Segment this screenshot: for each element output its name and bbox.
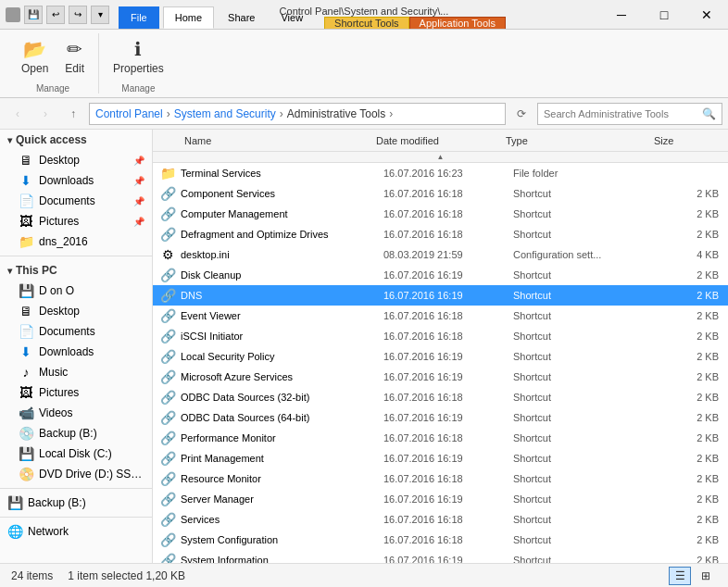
sidebar-item-desktop-pc[interactable]: 🖥 Desktop (0, 301, 152, 321)
file-type: Shortcut (513, 514, 661, 525)
col-header-size[interactable]: Size (648, 130, 713, 151)
file-type: Shortcut (513, 331, 661, 342)
sidebar-item-dvd-d[interactable]: 📀 DVD Drive (D:) SSS_ (0, 464, 152, 484)
file-icon: 🔗 (160, 471, 175, 486)
breadcrumb[interactable]: Control Panel › System and Security › Ad… (89, 103, 506, 125)
nav-forward-button[interactable]: › (33, 102, 57, 126)
table-row[interactable]: 🔗 Event Viewer 16.07.2016 16:18 Shortcut… (153, 306, 728, 326)
documents-icon: 📄 (19, 194, 33, 208)
this-pc-chevron: ▾ (7, 266, 12, 276)
table-row[interactable]: 🔗 System Configuration 16.07.2016 16:18 … (153, 530, 728, 550)
table-row[interactable]: 🔗 DNS 16.07.2016 16:19 Shortcut 2 KB (153, 285, 728, 306)
sidebar-item-music[interactable]: ♪ Music (0, 362, 152, 382)
file-icon: 🔗 (160, 186, 175, 201)
sidebar-item-local-disk-c[interactable]: 💾 Local Disk (C:) (0, 443, 152, 464)
table-row[interactable]: 🔗 Services 16.07.2016 16:18 Shortcut 2 K… (153, 509, 728, 530)
sidebar-item-pictures-label: Pictures (39, 215, 130, 228)
file-name: Defragment and Optimize Drives (181, 229, 383, 240)
sidebar-item-downloads-pc[interactable]: ⬇ Downloads (0, 342, 152, 362)
table-row[interactable]: 📁 Terminal Services 16.07.2016 16:23 Fil… (153, 163, 728, 183)
search-input[interactable] (544, 108, 702, 119)
tiles-view-button[interactable]: ⊞ (695, 567, 717, 585)
sidebar-item-downloads[interactable]: ⬇ Downloads 📌 (0, 170, 152, 191)
nav-back-button[interactable]: ‹ (6, 102, 30, 126)
maximize-button[interactable]: □ (643, 0, 685, 30)
ribbon-btn-properties[interactable]: ℹ Properties (107, 33, 170, 80)
table-row[interactable]: 🔗 ODBC Data Sources (32-bit) 16.07.2016 … (153, 387, 728, 407)
col-header-type[interactable]: Type (500, 130, 648, 151)
sidebar-item-backup[interactable]: 💾 Backup (B:) (0, 493, 152, 513)
table-row[interactable]: 🔗 Resource Monitor 16.07.2016 16:18 Shor… (153, 468, 728, 489)
sidebar-item-d-on-o[interactable]: 💾 D on O (0, 281, 152, 301)
file-icon-cell: 🔗 (155, 288, 181, 303)
sidebar-item-dvd-d-label: DVD Drive (D:) SSS_ (39, 468, 144, 481)
col-header-name[interactable]: Name (179, 130, 370, 151)
tab-share[interactable]: Share (216, 6, 267, 29)
table-row[interactable]: 🔗 System Information 16.07.2016 16:19 Sh… (153, 550, 728, 563)
breadcrumb-sep-3: › (389, 107, 393, 120)
scroll-up-indicator[interactable]: ▲ (153, 152, 728, 163)
dropdown-btn[interactable]: ▾ (91, 6, 109, 24)
table-row[interactable]: 🔗 Component Services 16.07.2016 16:18 Sh… (153, 183, 728, 204)
redo-btn[interactable]: ↪ (69, 6, 87, 24)
table-row[interactable]: 🔗 iSCSI Initiator 16.07.2016 16:18 Short… (153, 326, 728, 346)
sidebar-item-documents-pc[interactable]: 📄 Documents (0, 321, 152, 342)
file-date: 16.07.2016 16:18 (383, 392, 513, 403)
table-row[interactable]: 🔗 ODBC Data Sources (64-bit) 16.07.2016 … (153, 407, 728, 428)
table-row[interactable]: ⚙ desktop.ini 08.03.2019 21:59 Configura… (153, 244, 728, 265)
sidebar-item-pictures-pc[interactable]: 🖼 Pictures (0, 382, 152, 403)
table-row[interactable]: 🔗 Performance Monitor 16.07.2016 16:18 S… (153, 428, 728, 448)
close-button[interactable]: ✕ (685, 0, 728, 30)
sidebar-item-dns2016[interactable]: 📁 dns_2016 (0, 231, 152, 252)
ribbon-btn-edit[interactable]: ✏ Edit (58, 33, 91, 80)
table-row[interactable]: 🔗 Print Management 16.07.2016 16:19 Shor… (153, 448, 728, 468)
file-type: Shortcut (513, 392, 661, 403)
file-date: 16.07.2016 16:19 (383, 371, 513, 382)
quick-access-btn[interactable]: 💾 (24, 6, 43, 24)
minimize-button[interactable]: ─ (600, 0, 643, 30)
file-size: 2 KB (661, 269, 726, 281)
file-list-scroll[interactable]: 📁 Terminal Services 16.07.2016 16:23 Fil… (153, 163, 728, 563)
file-icon-cell: 🔗 (155, 268, 181, 282)
breadcrumb-item-system-security[interactable]: System and Security (174, 107, 276, 120)
main-area: ▾ Quick access 🖥 Desktop 📌 ⬇ Downloads 📌… (0, 130, 728, 563)
tab-view[interactable]: View (269, 6, 315, 29)
details-view-button[interactable]: ☰ (669, 567, 691, 585)
file-type: Configuration sett... (513, 249, 661, 260)
tab-file[interactable]: File (119, 6, 159, 29)
sidebar-item-videos[interactable]: 📹 Videos (0, 403, 152, 423)
undo-btn[interactable]: ↩ (46, 6, 65, 24)
file-type: Shortcut (513, 310, 661, 321)
breadcrumb-item-control-panel[interactable]: Control Panel (95, 107, 163, 120)
table-row[interactable]: 🔗 Computer Management 16.07.2016 16:18 S… (153, 204, 728, 224)
file-icon-cell: ⚙ (155, 247, 181, 262)
sidebar-item-pictures[interactable]: 🖼 Pictures 📌 (0, 211, 152, 231)
breadcrumb-item-admin-tools[interactable]: Administrative Tools (287, 107, 386, 120)
table-row[interactable]: 🔗 Defragment and Optimize Drives 16.07.2… (153, 224, 728, 244)
sidebar-quick-access-header[interactable]: ▾ Quick access (0, 130, 152, 150)
file-icon: 🔗 (160, 349, 175, 364)
ribbon-btn-edit-label: Edit (65, 62, 84, 75)
local-disk-c-icon: 💾 (19, 446, 33, 461)
sidebar-item-network[interactable]: 🌐 Network (0, 521, 152, 542)
table-row[interactable]: 🔗 Disk Cleanup 16.07.2016 16:19 Shortcut… (153, 265, 728, 285)
table-row[interactable]: 🔗 Local Security Policy 16.07.2016 16:19… (153, 346, 728, 367)
sidebar-item-desktop[interactable]: 🖥 Desktop 📌 (0, 150, 152, 170)
file-name: Print Management (181, 453, 383, 464)
file-icon-cell: 🔗 (155, 308, 181, 323)
sidebar-item-documents[interactable]: 📄 Documents 📌 (0, 191, 152, 211)
file-name: Services (181, 514, 383, 525)
file-name: desktop.ini (181, 249, 383, 260)
table-row[interactable]: 🔗 Microsoft Azure Services 16.07.2016 16… (153, 367, 728, 387)
sidebar-item-local-disk-c-label: Local Disk (C:) (39, 447, 144, 460)
table-row[interactable]: 🔗 Server Manager 16.07.2016 16:19 Shortc… (153, 489, 728, 509)
sidebar-this-pc-header[interactable]: ▾ This PC (0, 260, 152, 281)
edit-icon: ✏ (67, 38, 82, 60)
nav-refresh-button[interactable]: ⟳ (509, 102, 533, 126)
nav-up-button[interactable]: ↑ (61, 102, 85, 126)
downloads-icon: ⬇ (19, 173, 33, 188)
col-header-date[interactable]: Date modified (370, 130, 500, 151)
tab-home[interactable]: Home (163, 6, 214, 29)
sidebar-item-backup-b[interactable]: 💿 Backup (B:) (0, 423, 152, 443)
ribbon-btn-open[interactable]: 📂 Open (15, 33, 55, 80)
